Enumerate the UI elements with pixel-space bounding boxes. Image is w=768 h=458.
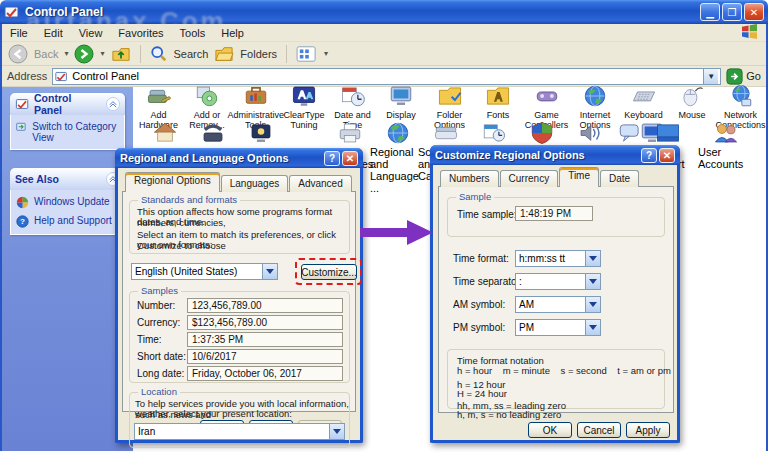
chevron-down-icon[interactable] [262, 264, 277, 279]
close-icon[interactable]: ✕ [659, 148, 675, 163]
cancel-button[interactable]: Cancel [577, 422, 621, 438]
menu-edit[interactable]: Edit [44, 27, 63, 39]
ok-button[interactable]: OK [528, 422, 572, 438]
am-symbol-select[interactable]: AM [515, 296, 601, 313]
regional-language-icon [385, 120, 411, 146]
forward-icon[interactable] [74, 44, 94, 64]
dialog-title: Regional and Language Options [120, 152, 322, 164]
see-also-panel: See Also Windows Update [10, 168, 125, 235]
scheduled-tasks-icon [481, 120, 507, 146]
tab-currency[interactable]: Currency [500, 170, 559, 187]
back-icon[interactable] [8, 44, 28, 64]
chevron-down-icon[interactable] [585, 274, 600, 289]
windows-update-icon [16, 196, 29, 209]
sample-row-label: Long date: [137, 368, 184, 379]
control-panel-window-icon [4, 4, 20, 20]
time-format-select[interactable]: h:mm:ss tt [515, 250, 601, 267]
tab-date[interactable]: Date [600, 170, 639, 187]
forward-dropdown-icon[interactable]: ▾ [100, 49, 104, 58]
fonts-icon [485, 83, 511, 109]
apply-button[interactable]: Apply [626, 422, 670, 438]
tab-numbers[interactable]: Numbers [440, 170, 499, 187]
up-folder-icon[interactable] [111, 45, 131, 63]
menu-tools[interactable]: Tools [180, 27, 206, 39]
panel-title: Control Panel [34, 93, 102, 116]
help-button[interactable]: ? [324, 151, 340, 166]
sidebar-item-label: Windows Update [34, 196, 110, 207]
go-button[interactable]: Go [726, 68, 761, 85]
toolbar-separator [140, 45, 141, 63]
views-icon[interactable] [296, 45, 318, 63]
sidebar-item-help-and-support[interactable]: ? Help and Support [16, 215, 119, 228]
dialog-title-bar[interactable]: Regional and Language Options ? ✕ [115, 148, 363, 168]
title-bar[interactable]: Control Panel ▁ ❐ ✕ [0, 0, 768, 24]
sample-row-label: Time: [137, 334, 162, 345]
game-controllers-icon [534, 83, 560, 109]
go-label: Go [746, 70, 761, 82]
format-select[interactable]: English (United States) [131, 263, 278, 280]
taskbar-start-menu-icon [655, 120, 681, 146]
tab-regional-options[interactable]: Regional Options [125, 172, 220, 192]
cp-item-user-accounts[interactable]: User Accounts [698, 120, 754, 170]
menu-favorites[interactable]: Favorites [118, 27, 163, 39]
close-button[interactable]: ✕ [744, 3, 764, 21]
chevron-down-icon[interactable] [585, 320, 600, 335]
menu-file[interactable]: File [10, 27, 28, 39]
chevron-up-icon[interactable] [106, 97, 120, 111]
dialog-title: Customize Regional Options [435, 149, 639, 161]
svg-text:?: ? [20, 217, 25, 226]
time-sample-value: 1:48:19 PM [515, 206, 593, 221]
chevron-down-icon[interactable] [585, 251, 600, 266]
control-panel-icon [15, 97, 30, 111]
tab-languages[interactable]: Languages [221, 175, 289, 192]
minimize-button[interactable]: ▁ [700, 3, 720, 21]
search-label[interactable]: Search [174, 48, 209, 60]
address-dropdown-icon[interactable]: ▼ [703, 69, 718, 84]
dialog-title-bar[interactable]: Customize Regional Options ? ✕ [430, 145, 680, 165]
time-format-label: Time format: [453, 253, 509, 264]
sample-number-value: 123,456,789.00 [187, 298, 343, 313]
pm-symbol-label: PM symbol: [453, 322, 505, 333]
window-title: Control Panel [25, 5, 700, 19]
tab-advanced[interactable]: Advanced [289, 175, 351, 192]
back-label[interactable]: Back [34, 48, 58, 60]
scanners-cameras-icon [433, 120, 459, 146]
sample-short-date-value: 10/6/2017 [187, 349, 343, 364]
folders-icon[interactable] [214, 45, 234, 63]
sample-time-value: 1:37:35 PM [187, 332, 343, 347]
administrative-tools-icon [243, 83, 269, 109]
help-button[interactable]: ? [641, 148, 657, 163]
sounds-audio-icon [577, 120, 603, 146]
help-support-icon: ? [16, 215, 29, 228]
location-select[interactable]: Iran [134, 423, 345, 440]
chevron-down-icon[interactable] [585, 297, 600, 312]
time-separator-label: Time separator: [453, 276, 523, 287]
time-separator-select[interactable]: : [515, 273, 601, 290]
chevron-down-icon[interactable] [329, 424, 344, 439]
windows-logo-icon [741, 24, 758, 41]
printers-faxes-icon [337, 120, 363, 146]
sample-row-label: Number: [137, 300, 175, 311]
security-center-icon [529, 120, 555, 146]
time-tab-panel: Sample Time sample: 1:48:19 PM Time form… [438, 186, 674, 413]
sample-row-label: Short date: [137, 351, 186, 362]
back-dropdown-icon[interactable]: ▾ [64, 49, 68, 58]
menu-help[interactable]: Help [221, 27, 244, 39]
tab-time[interactable]: Time [559, 167, 599, 187]
display-icon [388, 83, 414, 109]
folders-label[interactable]: Folders [240, 48, 277, 60]
sidebar-item-windows-update[interactable]: Windows Update [16, 196, 119, 209]
sidebar-item-switch-category-view[interactable]: Switch to Category View [16, 121, 119, 143]
add-remove-programs-icon [194, 83, 220, 109]
maximize-button[interactable]: ❐ [722, 3, 742, 21]
views-dropdown-icon[interactable]: ▾ [324, 49, 328, 58]
search-icon[interactable] [150, 45, 168, 63]
keyboard-icon [631, 83, 657, 109]
see-also-panel-header[interactable]: See Also [10, 168, 125, 190]
pm-symbol-select[interactable]: PM [515, 319, 601, 336]
control-panel-panel-header[interactable]: Control Panel [10, 93, 125, 115]
menu-view[interactable]: View [79, 27, 103, 39]
close-icon[interactable]: ✕ [342, 151, 358, 166]
internet-options-icon [582, 83, 608, 109]
address-input[interactable]: Control Panel ▼ [52, 68, 721, 85]
